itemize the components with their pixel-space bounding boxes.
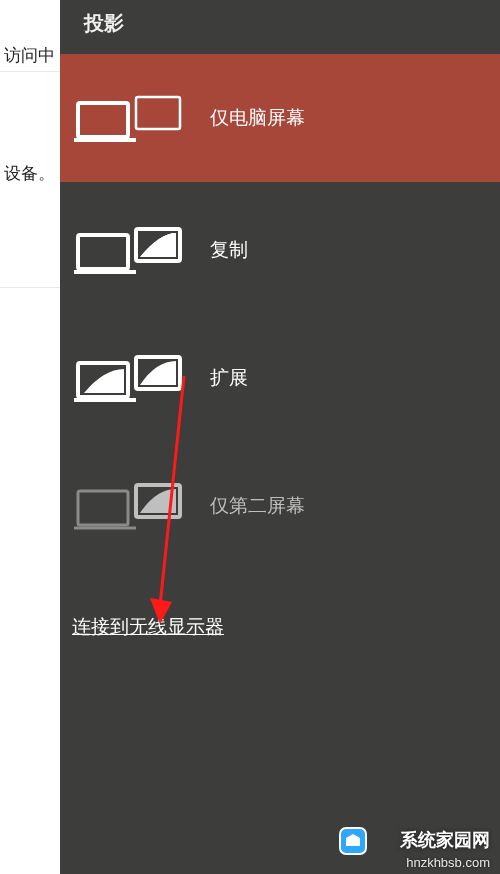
connect-wireless-link[interactable]: 连接到无线显示器 bbox=[72, 614, 224, 640]
panel-title: 投影 bbox=[84, 10, 124, 37]
project-option-label: 仅电脑屏幕 bbox=[210, 105, 305, 131]
project-option-label: 复制 bbox=[210, 237, 248, 263]
pc-only-icon bbox=[74, 93, 182, 143]
background-text-2: 设备。 bbox=[0, 158, 60, 288]
svg-rect-3 bbox=[78, 235, 128, 269]
second-only-icon bbox=[74, 481, 182, 531]
project-option-pc-only[interactable]: 仅电脑屏幕 bbox=[60, 54, 500, 182]
project-option-second-only[interactable]: 仅第二屏幕 bbox=[60, 442, 500, 570]
duplicate-icon bbox=[74, 225, 182, 275]
svg-rect-2 bbox=[136, 97, 180, 129]
background-window: 访问中 设备。 bbox=[0, 0, 60, 874]
svg-rect-9 bbox=[78, 491, 128, 525]
project-option-duplicate[interactable]: 复制 bbox=[60, 186, 500, 314]
project-option-label: 仅第二屏幕 bbox=[210, 493, 305, 519]
project-panel: 投影 仅电脑屏幕 bbox=[60, 0, 500, 874]
svg-rect-0 bbox=[78, 103, 128, 137]
extend-icon bbox=[74, 353, 182, 403]
background-text-1: 访问中 bbox=[0, 40, 60, 72]
project-option-extend[interactable]: 扩展 bbox=[60, 314, 500, 442]
project-option-label: 扩展 bbox=[210, 365, 248, 391]
